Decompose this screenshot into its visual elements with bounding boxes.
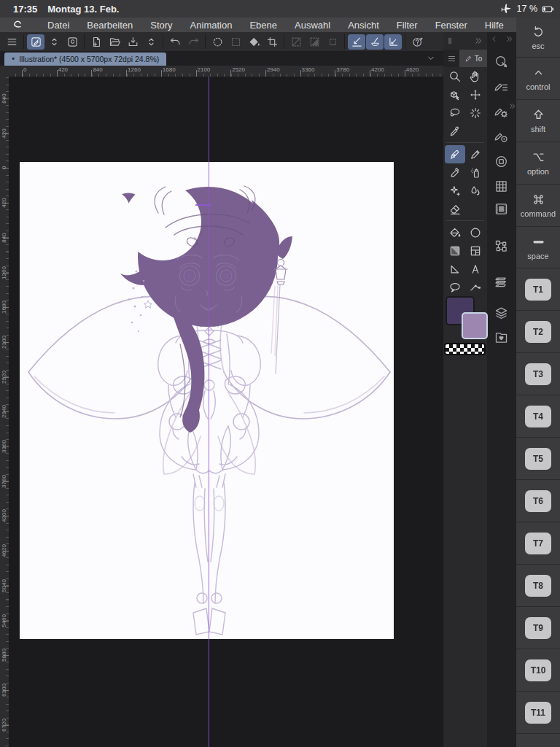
- menu-fenster[interactable]: Fenster: [427, 20, 476, 31]
- menu-bearbeiten[interactable]: Bearbeiten: [78, 20, 141, 31]
- key-t3[interactable]: T3: [516, 353, 560, 395]
- key-t9[interactable]: T9: [516, 607, 560, 649]
- strip-expand-icon[interactable]: [505, 35, 513, 43]
- open-file-button[interactable]: [106, 34, 123, 50]
- snap-to-guide-button[interactable]: [384, 34, 402, 50]
- clip-studio-logo[interactable]: [12, 19, 24, 31]
- key-t6[interactable]: T6: [516, 480, 560, 522]
- palette-expand-icon[interactable]: [474, 36, 483, 45]
- figure-tool[interactable]: [465, 223, 486, 241]
- quick-access-panel[interactable]: [494, 54, 510, 70]
- frame-border-tool[interactable]: [465, 241, 486, 260]
- key-t4[interactable]: T4: [516, 395, 560, 438]
- tab-tool[interactable]: To: [459, 50, 487, 67]
- menu-ebene[interactable]: Ebene: [241, 20, 286, 31]
- key-t2[interactable]: T2: [516, 311, 560, 353]
- save-options-button[interactable]: [142, 34, 160, 50]
- key-t5[interactable]: T5: [516, 438, 560, 480]
- layer-panel[interactable]: [494, 306, 510, 322]
- redo-button[interactable]: [184, 34, 202, 50]
- zoom-tool[interactable]: [445, 67, 465, 85]
- new-file-button[interactable]: [88, 34, 105, 50]
- clip-studio-button[interactable]: [63, 34, 81, 50]
- key-space[interactable]: space: [516, 227, 560, 268]
- menu-story[interactable]: Story: [141, 20, 181, 31]
- ruler-label: 1680: [163, 66, 176, 73]
- tool-group-separator: [446, 220, 484, 221]
- menu-datei[interactable]: Datei: [39, 20, 78, 31]
- blend-tool[interactable]: [465, 182, 486, 200]
- sub-color-swatch[interactable]: [462, 312, 488, 339]
- snap-to-special-ruler-button[interactable]: [366, 34, 384, 50]
- fill-selection-button[interactable]: [245, 34, 262, 50]
- eyedropper-tool[interactable]: [445, 122, 465, 140]
- move-layer-tool[interactable]: [465, 85, 486, 104]
- crop-canvas-button[interactable]: [263, 34, 281, 50]
- strip-collapse-icon[interactable]: [490, 35, 498, 43]
- correct-line-tool[interactable]: [465, 278, 486, 296]
- text-tool[interactable]: [465, 260, 486, 278]
- canvas[interactable]: [20, 162, 394, 639]
- operation-tool[interactable]: [445, 85, 465, 104]
- eraser-tool[interactable]: [445, 200, 465, 218]
- operation-mode-options-button[interactable]: [45, 34, 63, 50]
- battery-percent: 17 %: [517, 4, 538, 14]
- brush-tool[interactable]: [445, 163, 465, 182]
- save-file-button[interactable]: [124, 34, 141, 50]
- material-panel[interactable]: [494, 330, 510, 346]
- key-t8[interactable]: T8: [516, 565, 560, 607]
- auto-action-panel[interactable]: [494, 239, 510, 255]
- brush-size-panel[interactable]: [494, 129, 510, 145]
- reselect-button[interactable]: [227, 34, 244, 50]
- key-t11[interactable]: T11: [516, 692, 560, 734]
- canvas-viewport[interactable]: [9, 77, 443, 747]
- key-t10[interactable]: T10: [516, 649, 560, 692]
- palette-drag-handle-icon[interactable]: [446, 36, 454, 45]
- deselect-button[interactable]: [209, 34, 226, 50]
- move-view-tool[interactable]: [465, 67, 486, 85]
- symmetry-ruler-guide[interactable]: [209, 77, 209, 747]
- selection-tool[interactable]: [445, 104, 465, 122]
- snap-option-2-button[interactable]: [306, 34, 323, 50]
- menu-hilfe[interactable]: Hilfe: [476, 20, 513, 31]
- menu-animation[interactable]: Animation: [182, 20, 241, 31]
- key-t7[interactable]: T7: [516, 522, 560, 565]
- key-control[interactable]: control: [516, 58, 560, 100]
- undo-button[interactable]: [166, 34, 184, 50]
- transparent-color-swatch[interactable]: [444, 343, 486, 355]
- edge-keyboard-handle-icon[interactable]: [508, 102, 516, 110]
- symmetry-ruler-handle[interactable]: [195, 204, 211, 206]
- key-shift[interactable]: shift: [516, 100, 560, 142]
- key-esc[interactable]: esc: [516, 18, 560, 58]
- menu-ansicht[interactable]: Ansicht: [339, 20, 388, 31]
- menu-filter[interactable]: Filter: [388, 20, 427, 31]
- gradient-tool[interactable]: [445, 241, 465, 260]
- document-tab[interactable]: • Illustration* (4500 x 5700px 72dpi 24.…: [4, 53, 166, 66]
- pencil-tool[interactable]: [465, 145, 486, 163]
- tab-list-chevron-icon[interactable]: [426, 53, 436, 63]
- direct-draw-tool[interactable]: [445, 260, 465, 278]
- timeline-panel[interactable]: [494, 201, 510, 217]
- operation-mode-button[interactable]: [27, 34, 44, 50]
- tool-property-panel[interactable]: [494, 104, 510, 120]
- menu-auswahl[interactable]: Auswahl: [286, 20, 339, 31]
- main-menu-button[interactable]: [3, 34, 20, 50]
- key-option[interactable]: option: [516, 142, 560, 185]
- help-button[interactable]: [408, 34, 426, 50]
- color-set-panel[interactable]: [494, 179, 510, 195]
- auto-select-tool[interactable]: [465, 104, 486, 122]
- palette-menu-icon[interactable]: [443, 54, 459, 63]
- color-wheel-panel[interactable]: [494, 154, 510, 170]
- snap-option-1-button[interactable]: [287, 34, 305, 50]
- layer-property-panel[interactable]: [494, 275, 510, 291]
- pen-tool[interactable]: [445, 145, 465, 163]
- snap-to-ruler-button[interactable]: [348, 34, 365, 50]
- decoration-tool[interactable]: [445, 182, 465, 200]
- key-t1[interactable]: T1: [516, 268, 560, 311]
- key-command[interactable]: command: [516, 185, 560, 227]
- balloon-tool[interactable]: [445, 278, 465, 296]
- snap-option-3-button[interactable]: [324, 34, 341, 50]
- fill-tool[interactable]: [445, 223, 465, 241]
- airbrush-tool[interactable]: [465, 163, 486, 182]
- sub-tool-panel[interactable]: [494, 80, 510, 96]
